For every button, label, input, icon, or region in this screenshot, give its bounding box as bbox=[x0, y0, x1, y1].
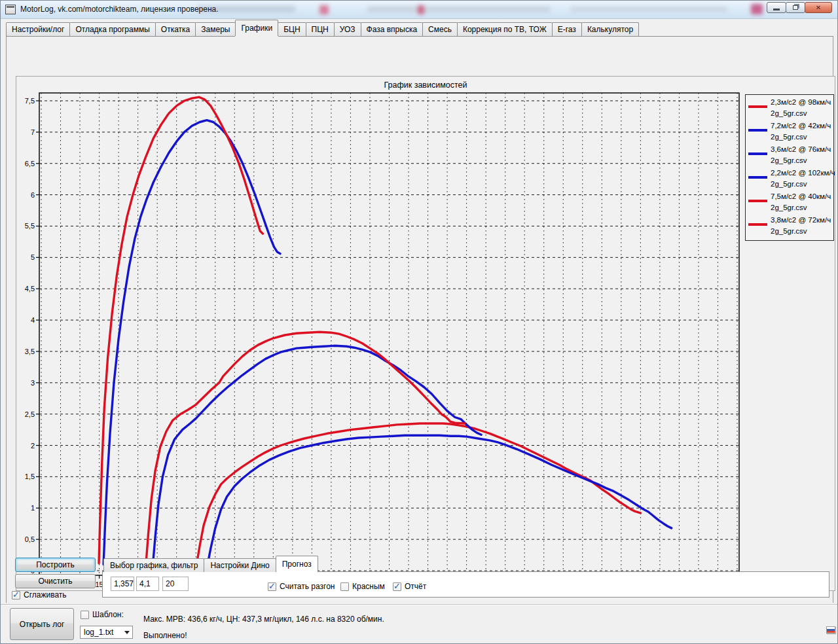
legend-swatch-2 bbox=[748, 152, 767, 155]
count-accel-checkbox[interactable]: Считать разгон bbox=[268, 582, 335, 591]
svg-text:3,5: 3,5 bbox=[25, 348, 35, 355]
legend-swatch-1 bbox=[748, 129, 767, 132]
main-tab-6[interactable]: ПЦН bbox=[306, 22, 335, 36]
main-tab-12[interactable]: Калькулятор bbox=[581, 22, 639, 36]
legend-label: 3,8м/с2 @ 72км/ч2g_5gr.csv bbox=[771, 215, 831, 238]
svg-text:5,5: 5,5 bbox=[25, 222, 35, 230]
restore-icon bbox=[793, 5, 798, 10]
main-tab-5[interactable]: БЦН bbox=[278, 22, 306, 36]
main-tab-0[interactable]: Настройки/лог bbox=[6, 22, 70, 36]
checkbox-label: Отчёт bbox=[405, 582, 426, 591]
main-tab-1[interactable]: Отладка программы bbox=[69, 22, 155, 36]
main-tab-11[interactable]: E-газ bbox=[552, 22, 582, 36]
build-button[interactable]: Построить bbox=[15, 558, 96, 572]
checkbox-label: Считать разгон bbox=[280, 582, 335, 591]
forecast-input-1[interactable] bbox=[111, 577, 134, 591]
status-line: Макс. МРВ: 436,6 кг/ч, ЦН: 437,3 мг/цикл… bbox=[143, 615, 384, 624]
open-log-button[interactable]: Открыть лог bbox=[10, 608, 74, 640]
restore-button[interactable] bbox=[786, 2, 805, 13]
app-icon bbox=[5, 5, 16, 14]
legend-swatch-3 bbox=[748, 176, 767, 179]
titlebar-blur-artifact bbox=[570, 7, 727, 12]
legend-label: 3,6м/с2 @ 76км/ч2g_5gr.csv bbox=[771, 144, 831, 168]
settings-tab-2[interactable]: Прогноз bbox=[276, 556, 318, 572]
main-tab-3[interactable]: Замеры bbox=[195, 22, 236, 36]
checkbox-label: Шаблон: bbox=[92, 610, 124, 619]
titlebar-blur-artifact bbox=[367, 7, 551, 12]
svg-text:1,5: 1,5 bbox=[25, 473, 35, 480]
titlebar-blur-artifact bbox=[319, 5, 329, 14]
legend-entry: 7,2м/с2 @ 42км/ч2g_5gr.csv bbox=[746, 120, 833, 144]
checkbox-box bbox=[393, 582, 401, 591]
russia-flag-icon bbox=[826, 626, 835, 634]
main-tab-strip: Настройки/логОтладка программыОткаткаЗам… bbox=[6, 22, 833, 37]
chevron-down-icon bbox=[124, 631, 130, 634]
log-file-select[interactable]: log_1.txt bbox=[80, 626, 133, 639]
clear-button[interactable]: Очистить bbox=[15, 574, 96, 588]
minimize-icon bbox=[773, 9, 780, 10]
checkbox-label: Красным bbox=[352, 582, 385, 591]
svg-text:1: 1 bbox=[31, 504, 35, 512]
forecast-tab-page bbox=[102, 571, 829, 598]
template-checkbox[interactable]: Шаблон: bbox=[81, 610, 124, 619]
checkbox-box bbox=[268, 582, 276, 591]
smooth-checkbox[interactable]: Сглаживать bbox=[12, 590, 67, 599]
svg-text:4,5: 4,5 bbox=[25, 285, 35, 293]
svg-text:7: 7 bbox=[31, 128, 35, 136]
app-window: MotorLog, vk.com/motorchikteam, лицензия… bbox=[0, 0, 838, 644]
minimize-button[interactable] bbox=[767, 2, 786, 13]
svg-text:6: 6 bbox=[31, 191, 35, 199]
window-controls: ✕ bbox=[767, 2, 832, 13]
chart-legend: 2,3м/с2 @ 98км/ч2g_5gr.csv 7,2м/с2 @ 42к… bbox=[745, 94, 834, 241]
main-tab-10[interactable]: Коррекция по ТВ, ТОЖ bbox=[457, 22, 553, 36]
svg-text:3: 3 bbox=[31, 379, 35, 387]
red-checkbox[interactable]: Красным bbox=[340, 582, 385, 591]
forecast-input-2[interactable] bbox=[136, 577, 159, 591]
legend-label: 7,5м/с2 @ 40км/ч2g_5gr.csv bbox=[771, 191, 831, 215]
checkbox-box bbox=[340, 582, 349, 591]
svg-text:4: 4 bbox=[31, 316, 35, 324]
legend-swatch-4 bbox=[748, 200, 767, 202]
done-line: Выполнено! bbox=[143, 631, 187, 640]
titlebar-blur-artifact bbox=[751, 4, 763, 14]
svg-text:2,5: 2,5 bbox=[25, 410, 35, 418]
window-title: MotorLog, vk.com/motorchikteam, лицензия… bbox=[20, 5, 219, 14]
svg-text:2: 2 bbox=[31, 442, 35, 450]
legend-entry: 3,8м/с2 @ 72км/ч2g_5gr.csv bbox=[746, 215, 833, 238]
legend-swatch-0 bbox=[748, 105, 767, 108]
legend-entry: 2,2м/с2 @ 102км/ч2g_5gr.csv bbox=[746, 168, 833, 191]
title-bar: MotorLog, vk.com/motorchikteam, лицензия… bbox=[1, 1, 837, 19]
report-checkbox[interactable]: Отчёт bbox=[393, 582, 426, 591]
svg-text:7,5: 7,5 bbox=[25, 97, 35, 105]
main-tab-2[interactable]: Откатка bbox=[155, 22, 196, 36]
checkbox-box bbox=[81, 611, 89, 619]
legend-label: 2,2м/с2 @ 102км/ч2g_5gr.csv bbox=[771, 168, 835, 191]
checkbox-box bbox=[12, 591, 20, 599]
svg-text:5: 5 bbox=[31, 253, 35, 261]
forecast-input-3[interactable] bbox=[162, 577, 189, 591]
legend-label: 2,3м/с2 @ 98км/ч2g_5gr.csv bbox=[771, 97, 831, 120]
svg-text:6,5: 6,5 bbox=[25, 160, 35, 168]
close-button[interactable]: ✕ bbox=[805, 2, 832, 13]
legend-swatch-5 bbox=[748, 223, 767, 226]
main-tab-9[interactable]: Смесь bbox=[422, 22, 458, 36]
settings-tab-0[interactable]: Выбор графика, фильтр bbox=[103, 558, 204, 572]
main-tab-4[interactable]: Графики bbox=[235, 20, 278, 36]
chart-panel: График зависимостей 05101520253035404550… bbox=[16, 76, 835, 591]
legend-entry: 3,6м/с2 @ 76км/ч2g_5gr.csv bbox=[746, 144, 833, 168]
legend-label: 7,2м/с2 @ 42км/ч2g_5gr.csv bbox=[771, 120, 831, 144]
checkbox-label: Сглаживать bbox=[24, 590, 67, 599]
close-icon: ✕ bbox=[816, 4, 821, 11]
footer-divider bbox=[1, 604, 838, 605]
main-tab-8[interactable]: Фаза впрыска bbox=[361, 22, 424, 36]
legend-entry: 7,5м/с2 @ 40км/ч2g_5gr.csv bbox=[746, 191, 833, 215]
titlebar-blur-artifact bbox=[418, 5, 424, 14]
svg-text:0,5: 0,5 bbox=[25, 535, 35, 543]
tab-page-graphs: График зависимостей 05101520253035404550… bbox=[6, 37, 833, 603]
legend-entry: 2,3м/с2 @ 98км/ч2g_5gr.csv bbox=[746, 97, 833, 120]
settings-tab-1[interactable]: Настройки Дино bbox=[204, 558, 276, 572]
chart-canvas: 0510152025303540455055606570758085909510… bbox=[16, 77, 835, 590]
log-file-value: log_1.txt bbox=[84, 628, 113, 637]
settings-tab-strip: Выбор графика, фильтрНастройки ДиноПрогн… bbox=[103, 557, 318, 572]
main-tab-7[interactable]: УОЗ bbox=[334, 22, 361, 36]
